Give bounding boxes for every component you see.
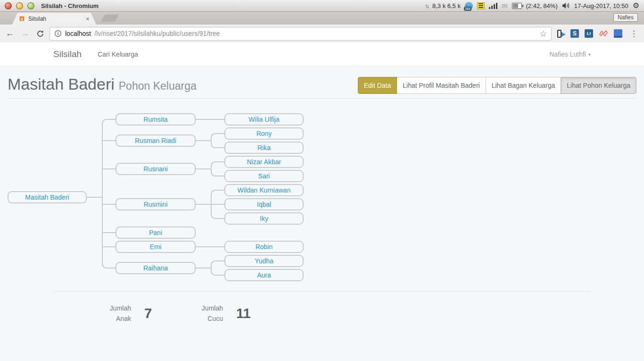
os-titlebar: Silsilah - Chromium ↑↓ 8,3 k 6,5 k 289 ✉… [0, 0, 644, 12]
tree-node[interactable]: Rusman Riadi [116, 134, 196, 147]
network-traffic-icon[interactable]: ↑↓ [425, 2, 428, 9]
url-bar[interactable]: localhost /lv/riset/2017/silsilahku/publ… [50, 27, 552, 41]
browser-toolbar: ← → localhost /lv/riset/2017/silsilahku/… [0, 25, 644, 42]
blue-extension-icon[interactable] [614, 29, 622, 38]
new-tab-button[interactable] [101, 15, 119, 22]
network-speed-text: 8,3 k 6,5 k [432, 2, 461, 9]
settings-gear-icon[interactable]: ⚙ [633, 2, 639, 9]
caret-down-icon: ▾ [588, 52, 591, 57]
lihat-pohon-button[interactable]: Lihat Pohon Keluarga [561, 77, 636, 94]
battery-icon[interactable] [512, 3, 522, 9]
site-navbar: Silsilah Cari Keluarga Nafies Luthfi ▾ [0, 42, 644, 67]
network-signal-icon[interactable] [489, 2, 497, 9]
stat-cucu-value: 11 [236, 306, 251, 321]
tree-node[interactable]: Iky [224, 212, 304, 225]
tree-node[interactable]: Rony [224, 127, 304, 140]
lihat-bagan-button[interactable]: Lihat Bagan Keluarga [486, 77, 561, 94]
tree-node[interactable]: Sari [224, 170, 304, 182]
s-extension-icon[interactable]: S [570, 29, 579, 38]
tree-node[interactable]: Erni [116, 241, 196, 253]
tree-node[interactable]: Rusnani [116, 163, 196, 175]
window-minimize-button[interactable] [16, 2, 23, 9]
system-tray: ↑↓ 8,3 k 6,5 k 289 ✉ (2:42, 84%) 17-Aug-… [425, 2, 639, 10]
stat-anak-value: 7 [144, 306, 152, 321]
mail-icon[interactable]: ✉ [502, 2, 508, 9]
browser-tab[interactable]: x Silsilah × [12, 13, 96, 25]
tree-node[interactable]: Iqbal [224, 198, 304, 210]
tree-node[interactable]: Aura [224, 269, 304, 281]
notes-indicator-icon[interactable] [477, 2, 485, 9]
li-extension-icon[interactable]: LI [585, 29, 593, 38]
browser-menu-icon[interactable]: ⋮ [628, 30, 640, 38]
page-info-icon[interactable] [54, 30, 62, 37]
edit-data-button[interactable]: Edit Data [358, 77, 397, 94]
back-button[interactable]: ← [4, 28, 16, 39]
push-to-phone-extension-icon[interactable] [557, 30, 565, 38]
page-subtitle: Pohon Keluarga [119, 80, 197, 92]
battery-text: (2:42, 84%) [526, 2, 558, 9]
window-maximize-button[interactable] [27, 2, 34, 9]
window-close-button[interactable] [5, 2, 12, 9]
tree-node[interactable]: Rumsita [116, 113, 196, 126]
tree-node[interactable]: Nizar Akbar [224, 156, 304, 168]
tab-close-icon[interactable]: × [86, 16, 90, 22]
tree-node[interactable]: Yudha [224, 255, 304, 267]
tab-title: Silsilah [28, 16, 46, 22]
footer-divider [53, 291, 591, 292]
tree-node[interactable]: Masitah Baderi [8, 191, 87, 203]
volume-icon[interactable] [562, 2, 570, 9]
tray-tooltip: Nafies [613, 13, 638, 22]
browser-tab-strip: x Silsilah × [0, 12, 644, 25]
reload-button[interactable] [34, 28, 46, 39]
screen: Silsilah - Chromium ↑↓ 8,3 k 6,5 k 289 ✉… [0, 0, 644, 361]
clock-text: 17-Aug-2017, 10:50 [574, 2, 628, 9]
action-button-group: Edit Data Lihat Profil Masitah Baderi Li… [358, 77, 636, 94]
family-tree: Masitah BaderiRumsitaWilia UlfijaRusman … [0, 109, 330, 288]
person-name-heading: Masitah Baderi [8, 75, 115, 93]
tree-node[interactable]: Rika [224, 142, 304, 154]
tree-node[interactable]: Robin [224, 241, 304, 253]
url-host: localhost [65, 30, 91, 37]
stat-cucu-label: Jumlah Cucu [152, 303, 223, 324]
badge-count: 289 [464, 7, 471, 11]
page-title: Masitah BaderiPohon Keluarga [8, 75, 197, 93]
app-indicator-icon[interactable]: 289 [465, 2, 473, 10]
xampp-favicon: x [19, 16, 25, 22]
user-dropdown[interactable]: Nafies Luthfi ▾ [549, 50, 591, 58]
tree-node[interactable]: Raihana [116, 262, 196, 274]
tree-node[interactable]: Wildan Kurniawan [224, 184, 304, 196]
user-name: Nafies Luthfi [549, 50, 586, 58]
brand-link[interactable]: Silsilah [53, 49, 82, 59]
stat-anak-label: Jumlah Anak [60, 303, 131, 324]
tree-node[interactable]: Pani [116, 227, 196, 239]
tree-node[interactable]: Rusmini [116, 198, 196, 210]
lihat-profil-button[interactable]: Lihat Profil Masitah Baderi [396, 77, 486, 94]
forward-button[interactable]: → [19, 28, 31, 39]
laravel-extension-icon[interactable] [599, 30, 608, 37]
window-title: Silsilah - Chromium [41, 2, 99, 9]
extensions-row: S LI [557, 29, 622, 38]
page-content: Masitah BaderiPohon Keluarga Edit Data L… [0, 66, 644, 361]
tree-node[interactable]: Wilia Ulfija [224, 113, 304, 126]
header-divider [8, 98, 636, 99]
nav-link-cari-keluarga[interactable]: Cari Keluarga [98, 50, 138, 58]
bookmark-star-icon[interactable]: ☆ [540, 30, 547, 38]
url-path: /lv/riset/2017/silsilahku/public/users/9… [94, 30, 536, 37]
